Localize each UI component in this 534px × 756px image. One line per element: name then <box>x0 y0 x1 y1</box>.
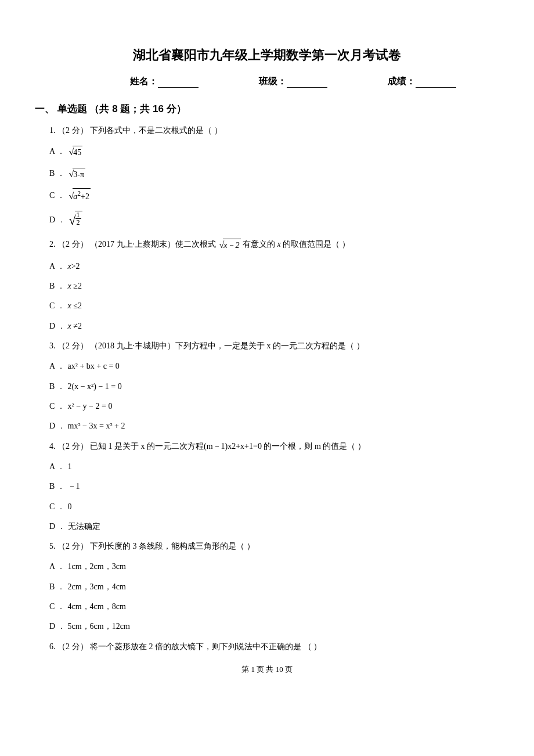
page-title: 湖北省襄阳市九年级上学期数学第一次月考试卷 <box>35 46 499 64</box>
q2-option-c: C ． x ≤2 <box>49 300 499 312</box>
q1-stem: 1. （2 分） 下列各式中，不是二次根式的是（ ） <box>49 124 499 136</box>
q2-stem-a: 2. （2 分） （2017 九上·上蔡期末）使二次根式 <box>49 240 218 249</box>
option-letter: B ． <box>49 581 66 593</box>
q3-option-b: B ． 2(x − x²) − 1 = 0 <box>49 380 499 393</box>
sqrt-expr: √x－2 <box>218 238 241 252</box>
option-letter: D ． <box>49 420 66 433</box>
q5-option-d: D ． 5cm，6cm，12cm <box>49 620 499 633</box>
score-label: 成绩： <box>388 75 416 88</box>
name-label: 姓名： <box>130 75 158 88</box>
q3-stem: 3. （2 分） （2018 九上·丰城期中）下列方程中，一定是关于 x 的一元… <box>49 340 499 352</box>
section-1-header: 一、 单选题 （共 8 题；共 16 分） <box>35 102 499 116</box>
q2-stem-c: 的取值范围是（ ） <box>281 240 350 249</box>
q4-option-d: D ． 无法确定 <box>49 520 499 533</box>
q2-option-d: D ． x ≠2 <box>49 320 499 333</box>
q2-stem-b: 有意义的 <box>243 240 277 249</box>
q4-option-a: A ． 1 <box>49 460 499 473</box>
option-letter: A ． <box>49 560 66 573</box>
class-label: 班级： <box>259 75 287 88</box>
option-letter: A ． <box>49 360 66 373</box>
q4-option-b: B ． －1 <box>49 480 499 493</box>
q4-option-c: C ． 0 <box>49 501 499 513</box>
option-letter: B ． <box>49 280 66 293</box>
option-letter: D ． <box>49 520 66 533</box>
q2-option-b: B ． x ≥2 <box>49 280 499 293</box>
sqrt-expr: √3-π <box>68 167 86 182</box>
option-letter: B ． <box>49 167 66 180</box>
option-letter: C ． <box>49 501 66 513</box>
score-group: 成绩： <box>388 75 456 88</box>
questions-container: 1. （2 分） 下列各式中，不是二次根式的是（ ） A ． √45 B ． √… <box>49 124 499 653</box>
name-blank[interactable] <box>158 78 199 88</box>
option-letter: B ． <box>49 480 66 493</box>
q1-option-b: B ． √3-π <box>49 167 499 182</box>
score-blank[interactable] <box>416 78 456 88</box>
q5-option-a: A ． 1cm，2cm，3cm <box>49 560 499 573</box>
q5-option-b: B ． 2cm，3cm，4cm <box>49 581 499 593</box>
sqrt-expr: √12 <box>68 210 82 231</box>
q3-option-d: D ． mx² − 3x = x² + 2 <box>49 420 499 433</box>
option-letter: D ． <box>49 320 66 333</box>
exam-page: 湖北省襄阳市九年级上学期数学第一次月考试卷 姓名： 班级： 成绩： 一、 单选题… <box>0 0 534 686</box>
q1-option-a: A ． √45 <box>49 145 499 160</box>
option-letter: A ． <box>49 145 66 158</box>
option-letter: B ． <box>49 380 66 393</box>
q5-stem: 5. （2 分） 下列长度的 3 条线段，能构成三角形的是（ ） <box>49 540 499 552</box>
q6-stem: 6. （2 分） 将一个菱形放在 2 倍的放大镜下，则下列说法中不正确的是 （ … <box>49 640 499 653</box>
name-group: 姓名： <box>130 75 199 88</box>
page-footer: 第 1 页 共 10 页 <box>35 664 499 675</box>
option-letter: D ． <box>49 214 66 226</box>
q4-stem: 4. （2 分） 已知 1 是关于 x 的一元二次方程(m－1)x2+x+1=0… <box>49 440 499 452</box>
student-info-row: 姓名： 班级： 成绩： <box>35 75 499 88</box>
sqrt-expr: √45 <box>68 145 83 160</box>
q5-option-c: C ． 4cm，4cm，8cm <box>49 600 499 613</box>
q3-option-c: C ． x² − y − 2 = 0 <box>49 400 499 413</box>
q2-option-a: A ． x>2 <box>49 260 499 273</box>
option-letter: A ． <box>49 460 66 473</box>
option-letter: C ． <box>49 400 66 413</box>
q1-option-d: D ． √12 <box>49 210 499 231</box>
option-letter: D ． <box>49 620 66 633</box>
q3-option-a: A ． ax² + bx + c = 0 <box>49 360 499 373</box>
option-letter: C ． <box>49 300 66 312</box>
q1-option-c: C ． √a2+2 <box>49 188 499 203</box>
option-letter: A ． <box>49 260 66 273</box>
q2-stem: 2. （2 分） （2017 九上·上蔡期末）使二次根式 √x－2 有意义的 x… <box>49 238 499 252</box>
class-group: 班级： <box>259 75 327 88</box>
option-letter: C ． <box>49 600 66 613</box>
sqrt-expr: √a2+2 <box>68 188 91 203</box>
class-blank[interactable] <box>287 78 327 88</box>
option-letter: C ． <box>49 189 66 202</box>
